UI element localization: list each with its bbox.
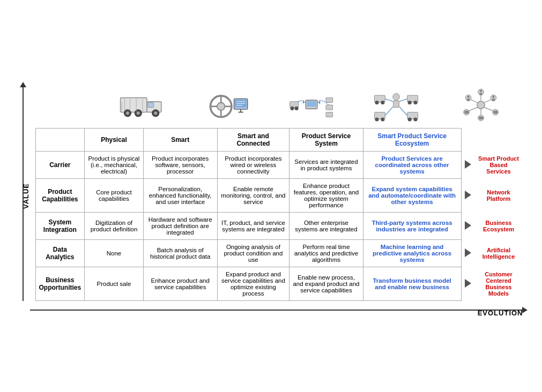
cell-si-ecosystem: Third-party systems across industries ar… [363, 212, 461, 239]
row-header-da: Data Analytics [35, 239, 85, 267]
svg-line-54 [399, 106, 407, 115]
table-row-business-opportunities: Business Opportunities Product sale Enha… [35, 267, 523, 300]
image-physical [100, 81, 184, 124]
row-header-bo: Business Opportunities [35, 267, 85, 300]
svg-point-46 [375, 117, 378, 121]
svg-point-8 [154, 111, 157, 114]
image-smart [184, 81, 269, 124]
cell-pc-connected: Enable remote monitoring, control, and s… [217, 178, 289, 212]
svg-point-15 [217, 102, 225, 110]
svg-point-44 [413, 100, 417, 104]
product-images-row [35, 81, 523, 124]
svg-line-73 [484, 107, 493, 110]
svg-rect-38 [393, 100, 399, 107]
right-label-header [474, 128, 523, 151]
arrow-header [461, 128, 474, 151]
arrow-da [461, 239, 474, 267]
svg-line-53 [385, 106, 393, 115]
cell-carrier-physical: Product is physical (i.e., mechanical, e… [85, 151, 144, 178]
cell-bo-ecosystem: Transform business model and enable new … [363, 267, 461, 300]
cell-bo-physical: Product sale [85, 267, 144, 300]
right-label-carrier: Smart Product Based Services [474, 151, 523, 178]
page-container: VALUE EVOLUTION [9, 70, 534, 322]
cell-pc-physical: Core product capabilities [85, 178, 144, 212]
cell-bo-smart: Enhance product and service capabilities [143, 267, 217, 300]
cell-carrier-connected: Product incorporates wired or wireless c… [217, 151, 289, 178]
table-row-carrier: Carrier Product is physical (i.e., mecha… [35, 151, 523, 178]
cell-bo-pss: Enable new process, and expand product a… [289, 267, 363, 300]
svg-rect-67 [466, 99, 469, 101]
col-header-ecosystem: Smart Product Service Ecosystem [363, 128, 461, 151]
cell-si-physical: Digitization of product definition [85, 212, 144, 239]
svg-point-66 [467, 95, 470, 98]
svg-point-4 [126, 111, 129, 114]
svg-line-52 [399, 99, 407, 101]
svg-rect-33 [326, 105, 333, 110]
right-label-da: Artificial Intelligence [474, 239, 523, 267]
row-header-carrier: Carrier [35, 151, 85, 178]
cell-pc-ecosystem: Expand system capabilities and automate/… [363, 178, 461, 212]
svg-rect-29 [289, 101, 298, 107]
table-row-product-capabilities: Product Capabilities Core product capabi… [35, 178, 523, 212]
arrow-pc [461, 178, 474, 212]
arrow-bo [461, 267, 474, 300]
svg-line-51 [385, 99, 393, 101]
svg-line-72 [484, 100, 491, 102]
svg-point-31 [294, 106, 298, 110]
cell-si-smart: Hardware and software product definition… [143, 212, 217, 239]
arrow-carrier [461, 151, 474, 178]
svg-line-76 [471, 100, 478, 102]
cell-da-connected: Ongoing analysis of product condition an… [217, 239, 289, 267]
svg-rect-28 [307, 101, 316, 107]
svg-rect-68 [464, 110, 469, 113]
col-header-smart: Smart [143, 128, 217, 151]
svg-point-55 [477, 101, 484, 108]
col-header-empty [35, 128, 85, 151]
svg-line-75 [469, 107, 477, 110]
row-header-si: System Integration [35, 212, 85, 239]
right-label-bo: Customer Centered Business Models [474, 267, 523, 300]
svg-point-43 [407, 100, 411, 104]
svg-rect-65 [492, 99, 494, 101]
cell-si-connected: IT, product, and service systems are int… [217, 212, 289, 239]
svg-point-41 [381, 100, 384, 104]
arrow-si [461, 212, 474, 239]
col-header-physical: Physical [85, 128, 144, 151]
svg-point-64 [492, 95, 495, 98]
cell-da-ecosystem: Machine learning and predictive analytic… [363, 239, 461, 267]
right-label-pc: Network Platform [474, 178, 523, 212]
svg-marker-36 [318, 100, 320, 104]
cell-pc-pss: Enhance product features, operation, and… [289, 178, 363, 212]
row-header-product-capabilities: Product Capabilities [35, 178, 85, 212]
svg-rect-2 [147, 102, 153, 107]
col-header-pss: Product Service System [289, 128, 363, 151]
evolution-axis-label: EVOLUTION [478, 309, 523, 317]
cell-carrier-pss: Services are integrated in product syste… [289, 151, 363, 178]
svg-rect-69 [479, 116, 483, 119]
svg-point-6 [137, 111, 139, 114]
main-table: Physical Smart Smart and Connected Produ… [35, 128, 523, 301]
table-row-system-integration: System Integration Digitization of produ… [35, 212, 523, 239]
svg-point-40 [375, 100, 378, 104]
svg-rect-32 [326, 97, 333, 102]
table-row-data-analytics: Data Analytics None Batch analysis of hi… [35, 239, 523, 267]
cell-da-smart: Batch analysis of historical product dat… [143, 239, 217, 267]
svg-point-62 [479, 89, 482, 92]
cell-pc-smart: Personalization, enhanced functionality,… [143, 178, 217, 212]
svg-rect-0 [120, 97, 147, 112]
header-row: Physical Smart Smart and Connected Produ… [35, 128, 523, 151]
cell-carrier-ecosystem: Product Services are coordinated across … [363, 151, 461, 178]
col-header-smart-connected: Smart and Connected [217, 128, 289, 151]
svg-rect-34 [326, 112, 333, 117]
cell-da-physical: None [85, 239, 144, 267]
image-product-service [354, 81, 439, 124]
right-label-si: Business Ecosystem [474, 212, 523, 239]
svg-point-50 [413, 117, 417, 121]
svg-point-30 [290, 106, 294, 110]
image-ecosystem [439, 81, 523, 124]
svg-point-37 [392, 93, 399, 100]
svg-point-49 [407, 117, 411, 121]
evolution-arrow [30, 310, 523, 311]
image-smart-connected [269, 81, 354, 124]
cell-si-pss: Other enterprise systems are integrated [289, 212, 363, 239]
